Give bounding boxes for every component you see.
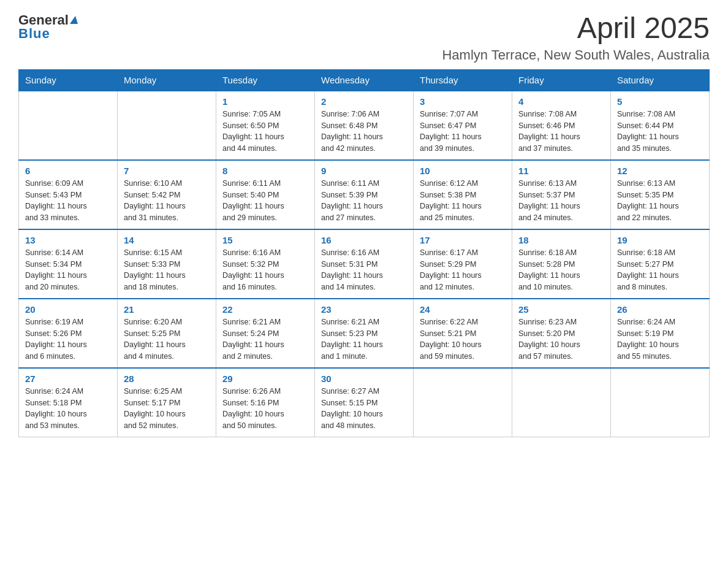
location-title: Hamlyn Terrace, New South Wales, Austral… <box>442 47 710 63</box>
calendar-cell: 3Sunrise: 7:07 AM Sunset: 6:47 PM Daylig… <box>414 91 512 160</box>
day-number: 3 <box>420 96 506 107</box>
calendar-cell: 4Sunrise: 7:08 AM Sunset: 6:46 PM Daylig… <box>512 91 611 160</box>
day-info: Sunrise: 6:27 AM Sunset: 5:15 PM Dayligh… <box>321 386 407 432</box>
day-info: Sunrise: 6:13 AM Sunset: 5:37 PM Dayligh… <box>518 178 604 224</box>
day-number: 29 <box>222 373 308 384</box>
calendar-cell: 28Sunrise: 6:25 AM Sunset: 5:17 PM Dayli… <box>118 368 216 437</box>
day-number: 11 <box>518 166 604 176</box>
calendar-cell: 15Sunrise: 6:16 AM Sunset: 5:32 PM Dayli… <box>216 229 315 299</box>
calendar-cell: 9Sunrise: 6:11 AM Sunset: 5:39 PM Daylig… <box>315 160 414 229</box>
day-info: Sunrise: 6:09 AM Sunset: 5:43 PM Dayligh… <box>25 178 111 224</box>
logo-arrow-icon <box>70 16 78 24</box>
calendar-cell: 12Sunrise: 6:13 AM Sunset: 5:35 PM Dayli… <box>611 160 710 229</box>
day-info: Sunrise: 7:07 AM Sunset: 6:47 PM Dayligh… <box>420 109 506 155</box>
calendar-week-row: 20Sunrise: 6:19 AM Sunset: 5:26 PM Dayli… <box>19 299 710 368</box>
day-of-week-header: Saturday <box>611 69 710 91</box>
day-info: Sunrise: 7:06 AM Sunset: 6:48 PM Dayligh… <box>321 109 407 155</box>
calendar-cell: 30Sunrise: 6:27 AM Sunset: 5:15 PM Dayli… <box>315 368 414 437</box>
day-number: 2 <box>321 96 407 107</box>
day-of-week-header: Friday <box>512 69 611 91</box>
day-info: Sunrise: 6:11 AM Sunset: 5:40 PM Dayligh… <box>222 178 308 224</box>
calendar-cell <box>118 91 216 160</box>
calendar-cell: 5Sunrise: 7:08 AM Sunset: 6:44 PM Daylig… <box>611 91 710 160</box>
day-info: Sunrise: 7:08 AM Sunset: 6:46 PM Dayligh… <box>518 109 604 155</box>
day-of-week-header: Thursday <box>414 69 512 91</box>
day-number: 12 <box>617 166 703 176</box>
day-info: Sunrise: 6:17 AM Sunset: 5:29 PM Dayligh… <box>420 247 506 293</box>
day-number: 16 <box>321 235 407 245</box>
day-info: Sunrise: 6:18 AM Sunset: 5:27 PM Dayligh… <box>617 247 703 293</box>
day-info: Sunrise: 6:24 AM Sunset: 5:19 PM Dayligh… <box>617 316 703 362</box>
day-of-week-header: Wednesday <box>315 69 414 91</box>
calendar-cell <box>414 368 512 437</box>
calendar-cell: 20Sunrise: 6:19 AM Sunset: 5:26 PM Dayli… <box>19 299 118 368</box>
day-info: Sunrise: 6:15 AM Sunset: 5:33 PM Dayligh… <box>124 247 210 293</box>
month-title: April 2025 <box>442 12 710 45</box>
title-section: April 2025 Hamlyn Terrace, New South Wal… <box>442 12 710 63</box>
calendar-cell: 26Sunrise: 6:24 AM Sunset: 5:19 PM Dayli… <box>611 299 710 368</box>
day-info: Sunrise: 6:14 AM Sunset: 5:34 PM Dayligh… <box>25 247 111 293</box>
day-info: Sunrise: 6:25 AM Sunset: 5:17 PM Dayligh… <box>124 386 210 432</box>
calendar-cell: 8Sunrise: 6:11 AM Sunset: 5:40 PM Daylig… <box>216 160 315 229</box>
day-info: Sunrise: 6:16 AM Sunset: 5:31 PM Dayligh… <box>321 247 407 293</box>
calendar-cell <box>611 368 710 437</box>
day-number: 9 <box>321 166 407 176</box>
calendar-cell: 6Sunrise: 6:09 AM Sunset: 5:43 PM Daylig… <box>19 160 118 229</box>
day-info: Sunrise: 6:19 AM Sunset: 5:26 PM Dayligh… <box>25 316 111 362</box>
day-info: Sunrise: 6:20 AM Sunset: 5:25 PM Dayligh… <box>124 316 210 362</box>
day-info: Sunrise: 6:22 AM Sunset: 5:21 PM Dayligh… <box>420 316 506 362</box>
day-of-week-header: Monday <box>118 69 216 91</box>
day-info: Sunrise: 6:24 AM Sunset: 5:18 PM Dayligh… <box>25 386 111 432</box>
calendar-cell: 17Sunrise: 6:17 AM Sunset: 5:29 PM Dayli… <box>414 229 512 299</box>
day-info: Sunrise: 6:11 AM Sunset: 5:39 PM Dayligh… <box>321 178 407 224</box>
page-header: General Blue April 2025 Hamlyn Terrace, … <box>18 12 710 63</box>
day-number: 23 <box>321 304 407 315</box>
day-of-week-header: Sunday <box>19 69 118 91</box>
calendar-cell <box>512 368 611 437</box>
calendar-cell: 19Sunrise: 6:18 AM Sunset: 5:27 PM Dayli… <box>611 229 710 299</box>
day-number: 21 <box>124 304 210 315</box>
logo: General Blue <box>18 12 78 42</box>
day-number: 10 <box>420 166 506 176</box>
calendar-cell: 22Sunrise: 6:21 AM Sunset: 5:24 PM Dayli… <box>216 299 315 368</box>
calendar-cell: 27Sunrise: 6:24 AM Sunset: 5:18 PM Dayli… <box>19 368 118 437</box>
day-number: 5 <box>617 96 703 107</box>
day-info: Sunrise: 6:12 AM Sunset: 5:38 PM Dayligh… <box>420 178 506 224</box>
day-number: 15 <box>222 235 308 245</box>
day-number: 30 <box>321 373 407 384</box>
calendar-cell: 11Sunrise: 6:13 AM Sunset: 5:37 PM Dayli… <box>512 160 611 229</box>
day-info: Sunrise: 6:16 AM Sunset: 5:32 PM Dayligh… <box>222 247 308 293</box>
calendar-week-row: 27Sunrise: 6:24 AM Sunset: 5:18 PM Dayli… <box>19 368 710 437</box>
calendar-cell: 13Sunrise: 6:14 AM Sunset: 5:34 PM Dayli… <box>19 229 118 299</box>
day-info: Sunrise: 6:18 AM Sunset: 5:28 PM Dayligh… <box>518 247 604 293</box>
day-number: 24 <box>420 304 506 315</box>
calendar-cell: 1Sunrise: 7:05 AM Sunset: 6:50 PM Daylig… <box>216 91 315 160</box>
calendar-cell: 16Sunrise: 6:16 AM Sunset: 5:31 PM Dayli… <box>315 229 414 299</box>
day-number: 27 <box>25 373 111 384</box>
calendar-cell: 25Sunrise: 6:23 AM Sunset: 5:20 PM Dayli… <box>512 299 611 368</box>
day-number: 25 <box>518 304 604 315</box>
day-number: 14 <box>124 235 210 245</box>
calendar-cell: 7Sunrise: 6:10 AM Sunset: 5:42 PM Daylig… <box>118 160 216 229</box>
day-number: 18 <box>518 235 604 245</box>
day-number: 17 <box>420 235 506 245</box>
calendar-header-row: SundayMondayTuesdayWednesdayThursdayFrid… <box>19 69 710 91</box>
calendar-cell: 23Sunrise: 6:21 AM Sunset: 5:23 PM Dayli… <box>315 299 414 368</box>
day-number: 19 <box>617 235 703 245</box>
day-number: 26 <box>617 304 703 315</box>
calendar-cell: 24Sunrise: 6:22 AM Sunset: 5:21 PM Dayli… <box>414 299 512 368</box>
calendar-cell: 21Sunrise: 6:20 AM Sunset: 5:25 PM Dayli… <box>118 299 216 368</box>
logo-blue-text: Blue <box>18 26 50 42</box>
day-info: Sunrise: 6:21 AM Sunset: 5:23 PM Dayligh… <box>321 316 407 362</box>
day-info: Sunrise: 6:10 AM Sunset: 5:42 PM Dayligh… <box>124 178 210 224</box>
day-number: 13 <box>25 235 111 245</box>
day-info: Sunrise: 6:23 AM Sunset: 5:20 PM Dayligh… <box>518 316 604 362</box>
calendar-week-row: 6Sunrise: 6:09 AM Sunset: 5:43 PM Daylig… <box>19 160 710 229</box>
calendar-cell <box>19 91 118 160</box>
calendar-cell: 14Sunrise: 6:15 AM Sunset: 5:33 PM Dayli… <box>118 229 216 299</box>
calendar-table: SundayMondayTuesdayWednesdayThursdayFrid… <box>18 69 710 437</box>
day-number: 28 <box>124 373 210 384</box>
calendar-week-row: 13Sunrise: 6:14 AM Sunset: 5:34 PM Dayli… <box>19 229 710 299</box>
day-number: 22 <box>222 304 308 315</box>
calendar-week-row: 1Sunrise: 7:05 AM Sunset: 6:50 PM Daylig… <box>19 91 710 160</box>
